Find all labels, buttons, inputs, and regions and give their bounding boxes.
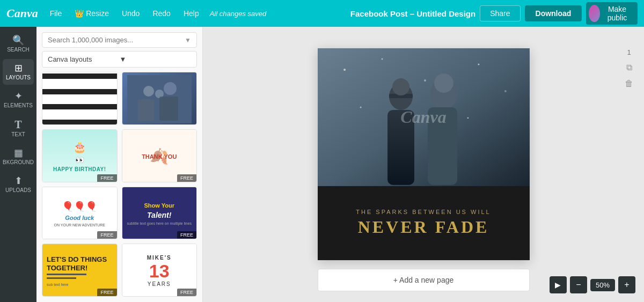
- svg-point-11: [504, 90, 506, 92]
- canvas-photo-area: Canva: [318, 48, 530, 186]
- svg-point-19: [434, 73, 453, 93]
- saved-status: All changes saved: [210, 10, 267, 18]
- svg-rect-6: [318, 48, 530, 186]
- layout-card-talent[interactable]: Show Your Talent! subtitle text goes her…: [122, 187, 197, 240]
- layouts-grid: 🎂 👀 HAPPY BIRTHDAY! FREE 🍂 THANK YOU FRE…: [36, 72, 202, 302]
- zoom-out-button[interactable]: −: [570, 276, 587, 293]
- search-section: ▼: [36, 27, 202, 51]
- download-button[interactable]: Download: [525, 5, 582, 21]
- birthday-eyes-icon: 👀: [75, 156, 84, 164]
- resize-icon: 👑: [75, 9, 84, 18]
- sidebar-item-search[interactable]: 🔍 SEARCH: [3, 31, 34, 57]
- page-number: 1: [627, 48, 631, 56]
- uploads-icon: ⬆: [14, 176, 23, 186]
- elements-icon: ✦: [14, 91, 23, 101]
- search-wrapper: ▼: [42, 32, 197, 48]
- present-button[interactable]: ▶: [550, 276, 567, 293]
- sidebar-item-layouts[interactable]: ⊞ LAYOUTS: [3, 59, 34, 85]
- delete-page-icon[interactable]: 🗑: [625, 79, 633, 89]
- add-page-button[interactable]: + Add a new page: [318, 269, 530, 291]
- text-icon: T: [14, 119, 21, 130]
- sidebar-item-background[interactable]: ▦ BKGROUND: [3, 144, 34, 170]
- canvas-text-overlay: THE SPARKS BETWEEN US WILL NEVER FADE: [318, 186, 530, 260]
- sidebar-item-elements[interactable]: ✦ ELEMENTS: [3, 87, 34, 113]
- canvas-page[interactable]: Canva THE SPARKS BETWEEN US WILL NEVER F…: [318, 48, 530, 260]
- lets-subtext: sub text here: [47, 283, 113, 286]
- canvas-right-panel: 1 ⧉ 🗑: [625, 48, 633, 89]
- toolbar-actions: Share Download Make public: [480, 2, 638, 25]
- undo-button[interactable]: Undo: [118, 7, 144, 20]
- search-dropdown-icon: ▼: [185, 36, 191, 44]
- free-badge: FREE: [177, 174, 196, 182]
- goodluck-text: Good luck: [65, 215, 94, 221]
- document-title: Facebook Post – Untitled Design: [350, 9, 475, 18]
- layouts-dropdown[interactable]: Canva layouts ▼: [42, 51, 197, 68]
- search-input[interactable]: [48, 36, 185, 44]
- make-public-button[interactable]: Make public: [586, 2, 638, 25]
- search-icon: 🔍: [12, 35, 24, 45]
- toolbar: Canva File 👑 Resize Undo Redo Help All c…: [0, 0, 644, 27]
- main-body: 🔍 SEARCH ⊞ LAYOUTS ✦ ELEMENTS T TEXT ▦ B…: [0, 27, 644, 302]
- layout-card-lets[interactable]: LET'S DO THINGS TOGETHER! sub text here …: [42, 244, 118, 297]
- years-label: YEARS: [148, 281, 171, 287]
- balloons-icon: 🎈🎈🎈: [62, 201, 97, 212]
- free-badge: FREE: [97, 174, 116, 182]
- svg-rect-5: [159, 97, 178, 121]
- svg-point-10: [478, 63, 479, 65]
- layouts-panel: ▼ Canva layouts ▼: [36, 27, 203, 302]
- lets-text: LET'S DO THINGS TOGETHER!: [47, 255, 113, 272]
- share-button[interactable]: Share: [480, 5, 520, 21]
- svg-rect-21: [427, 107, 457, 185]
- svg-point-17: [392, 78, 409, 95]
- talent-text1: Show Your: [144, 202, 174, 209]
- svg-point-14: [467, 117, 469, 119]
- layout-card-crowd[interactable]: [122, 72, 197, 125]
- sidebar-item-text[interactable]: T TEXT: [3, 115, 34, 142]
- file-menu-button[interactable]: File: [46, 7, 67, 20]
- birthday-text: HAPPY BIRTHDAY!: [53, 166, 106, 172]
- svg-rect-20: [387, 110, 414, 185]
- free-badge: FREE: [97, 289, 116, 296]
- svg-rect-4: [138, 99, 154, 121]
- zoom-level: 50%: [590, 279, 615, 291]
- years-name: MIKE'S: [147, 255, 172, 261]
- canvas-headline: NEVER FADE: [358, 217, 489, 237]
- talent-subtext: subtitle text goes here on multiple line…: [122, 222, 196, 225]
- svg-point-8: [381, 58, 383, 60]
- layout-card-years[interactable]: MIKE'S 13 YEARS FREE: [122, 244, 197, 297]
- svg-point-1: [143, 86, 154, 97]
- svg-point-12: [360, 106, 361, 108]
- free-badge: FREE: [177, 231, 196, 239]
- canvas-tagline: THE SPARKS BETWEEN US WILL: [356, 209, 491, 215]
- sidebar-item-uploads[interactable]: ⬆ UPLOADS: [3, 172, 34, 197]
- redo-button[interactable]: Redo: [148, 7, 174, 20]
- copy-page-icon[interactable]: ⧉: [626, 63, 632, 72]
- background-icon: ▦: [14, 148, 23, 158]
- free-badge: FREE: [97, 231, 116, 239]
- svg-point-9: [423, 79, 426, 82]
- layout-card-goodluck[interactable]: 🎈🎈🎈 Good luck ON YOUR NEW ADVENTURE FREE: [42, 187, 118, 240]
- layouts-icon: ⊞: [14, 63, 23, 73]
- avatar: [589, 5, 600, 22]
- layout-card-birthday[interactable]: 🎂 👀 HAPPY BIRTHDAY! FREE: [42, 129, 118, 182]
- layout-card-thankyou[interactable]: 🍂 THANK YOU FREE: [122, 129, 197, 182]
- resize-button[interactable]: 👑 Resize: [70, 7, 113, 20]
- thankyou-text: THANK YOU: [142, 153, 177, 160]
- years-number: 13: [149, 262, 170, 280]
- goodluck-subtext: ON YOUR NEW ADVENTURE: [54, 223, 105, 227]
- dropdown-chevron-icon: ▼: [120, 55, 192, 63]
- svg-point-7: [343, 69, 346, 71]
- help-button[interactable]: Help: [179, 7, 203, 20]
- birthday-hat-icon: 🎂: [73, 141, 86, 153]
- svg-point-2: [164, 82, 177, 95]
- zoom-in-button[interactable]: +: [618, 276, 635, 293]
- talent-text2: Talent!: [147, 211, 171, 219]
- sidebar-nav: 🔍 SEARCH ⊞ LAYOUTS ✦ ELEMENTS T TEXT ▦ B…: [0, 27, 36, 302]
- free-badge: FREE: [177, 289, 196, 296]
- canva-logo[interactable]: Canva: [6, 6, 38, 20]
- layout-card-stripes[interactable]: [42, 72, 118, 125]
- canvas-area: 1 ⧉ 🗑: [203, 27, 644, 302]
- bottom-controls: ▶ − 50% +: [550, 276, 635, 293]
- present-icon: ▶: [555, 281, 561, 289]
